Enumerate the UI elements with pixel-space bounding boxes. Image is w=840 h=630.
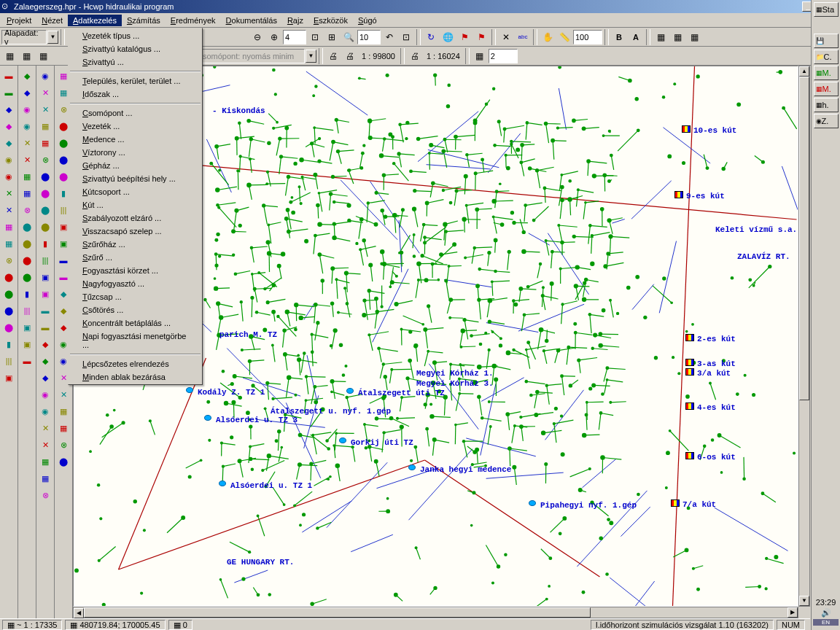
menu-item[interactable]: Csőtörés ... bbox=[69, 303, 201, 316]
menu-item[interactable]: Szűrő ... bbox=[69, 251, 201, 264]
tool-button[interactable]: ▦ bbox=[1, 236, 17, 252]
dropdown-arrow-icon[interactable]: ▼ bbox=[47, 31, 58, 44]
layers-icon[interactable]: ▦ bbox=[472, 48, 488, 64]
menu-projekt[interactable]: Projekt bbox=[1, 15, 36, 26]
tool-button[interactable]: ▬ bbox=[37, 303, 53, 319]
tool-button[interactable]: ⬤ bbox=[1, 286, 17, 302]
tool-button[interactable]: ▦ bbox=[19, 185, 35, 201]
refresh-icon[interactable]: ↻ bbox=[423, 29, 439, 45]
menu-item[interactable]: Település, kerület, terület ... bbox=[69, 74, 201, 88]
scroll-right-icon[interactable]: ▶ bbox=[788, 607, 798, 618]
flag-icon[interactable]: ⚑ bbox=[456, 29, 472, 45]
tool-button[interactable]: ⬤ bbox=[19, 269, 35, 285]
globe-icon[interactable]: 🌐 bbox=[440, 29, 456, 45]
tool-b-icon[interactable]: ▦ bbox=[18, 48, 34, 64]
menu-item[interactable]: Szivattyú katalógus ... bbox=[69, 42, 201, 55]
tool-button[interactable]: ▣ bbox=[37, 286, 53, 302]
tool-button[interactable]: ⊗ bbox=[37, 152, 53, 168]
dock-btn-m2[interactable]: ▦M. bbox=[814, 82, 839, 96]
tool-button[interactable]: ⊗ bbox=[37, 487, 53, 503]
menu-számítás[interactable]: Számítás bbox=[122, 15, 166, 26]
tool-button[interactable]: ▣ bbox=[19, 336, 35, 352]
tool-button[interactable]: ◆ bbox=[1, 135, 17, 151]
tool-button[interactable]: ▦ bbox=[37, 135, 53, 151]
tool-button[interactable]: ⬤ bbox=[1, 319, 17, 335]
tool-button[interactable]: ||| bbox=[19, 303, 35, 319]
tool-button[interactable]: ▮ bbox=[37, 236, 53, 252]
tool-button[interactable]: ⊗ bbox=[55, 437, 71, 453]
align-icon[interactable]: A bbox=[628, 29, 644, 45]
dock-btn-sta[interactable]: ▦Sta bbox=[814, 2, 839, 17]
tool-button[interactable]: ◉ bbox=[1, 168, 17, 184]
tool-button[interactable]: ⊗ bbox=[1, 252, 17, 268]
layer-input[interactable] bbox=[489, 49, 518, 63]
menu-item[interactable]: Lépcsőzetes elrendezés bbox=[69, 357, 201, 370]
menu-item[interactable]: Tűzcsap ... bbox=[69, 290, 201, 303]
menu-item[interactable]: Minden ablak bezárása bbox=[69, 370, 201, 384]
print-icon[interactable]: 🖨 bbox=[325, 48, 341, 64]
tool-button[interactable]: ▬ bbox=[37, 319, 53, 335]
tool-button[interactable]: ✕ bbox=[19, 152, 35, 168]
menu-dokumentálás[interactable]: Dokumentálás bbox=[221, 15, 282, 26]
abc-icon[interactable]: abc bbox=[515, 29, 531, 45]
menu-item[interactable]: Szivattyú ... bbox=[69, 55, 201, 69]
scroll-left-icon[interactable]: ◀ bbox=[74, 608, 84, 618]
menu-rajz[interactable]: Rajz bbox=[282, 15, 308, 26]
dock-btn-c[interactable]: 📁C. bbox=[814, 50, 839, 64]
tool-button[interactable]: ◆ bbox=[19, 85, 35, 101]
menu-item[interactable]: Koncentrált betáplálás ... bbox=[69, 316, 201, 330]
tool-button[interactable]: ⬤ bbox=[19, 219, 35, 235]
menu-eredmények[interactable]: Eredmények bbox=[166, 15, 221, 26]
node-combo[interactable]: Csomópont: nyomás minim bbox=[194, 49, 305, 63]
tool-button[interactable]: ▦ bbox=[55, 403, 71, 419]
tool-button[interactable]: ⬤ bbox=[37, 219, 53, 235]
print-preview-icon[interactable]: 🖨 bbox=[342, 48, 358, 64]
menu-item[interactable]: Vezeték típus ... bbox=[69, 29, 201, 42]
scrollbar-horizontal[interactable]: ◀ ▶ bbox=[73, 607, 798, 618]
view-input[interactable] bbox=[357, 30, 381, 44]
tool-button[interactable]: ▦ bbox=[1, 219, 17, 235]
scale-input[interactable] bbox=[573, 30, 602, 44]
ruler-icon[interactable]: 📏 bbox=[556, 29, 572, 45]
menu-item[interactable]: Csomópont ... bbox=[69, 106, 201, 120]
tool-button[interactable]: ⬤ bbox=[1, 269, 17, 285]
menu-item[interactable]: Napi fogyasztási menetgörbe ... bbox=[69, 330, 201, 351]
zoom-fit-icon[interactable]: ⊡ bbox=[307, 29, 323, 45]
zoom-all-icon[interactable]: ⊡ bbox=[398, 29, 414, 45]
tool-button[interactable]: ◉ bbox=[37, 68, 53, 84]
menu-item[interactable]: Vezeték ... bbox=[69, 120, 201, 133]
tool-button[interactable]: ▦ bbox=[37, 454, 53, 470]
tool-button[interactable]: ◆ bbox=[19, 68, 35, 84]
menu-item[interactable]: Visszacsapó szelep ... bbox=[69, 225, 201, 238]
tool-button[interactable]: ◉ bbox=[37, 386, 53, 402]
menu-item[interactable]: Kútcsoport ... bbox=[69, 185, 201, 198]
tool-button[interactable]: ▣ bbox=[19, 319, 35, 335]
tool-button[interactable]: ▣ bbox=[1, 370, 17, 386]
tool-button[interactable]: ▬ bbox=[1, 85, 17, 101]
crosshair-icon[interactable]: ✕ bbox=[498, 29, 514, 45]
menu-item[interactable]: Időszak ... bbox=[69, 88, 201, 101]
tool-button[interactable]: ✕ bbox=[1, 185, 17, 201]
dropdown-arrow-icon[interactable]: ▼ bbox=[306, 50, 316, 63]
menu-item[interactable]: Gépház ... bbox=[69, 159, 201, 172]
menu-item[interactable]: Szűrőház ... bbox=[69, 238, 201, 251]
tool-button[interactable]: ⬤ bbox=[1, 303, 17, 319]
tool-button[interactable]: ◆ bbox=[1, 101, 17, 117]
tool-button[interactable]: ✕ bbox=[37, 437, 53, 453]
dock-btn-m1[interactable]: ▦M. bbox=[814, 66, 839, 80]
tool-button[interactable]: ⬤ bbox=[19, 252, 35, 268]
tool-button[interactable]: ◆ bbox=[37, 353, 53, 369]
tool-button[interactable]: ▣ bbox=[37, 269, 53, 285]
menu-item[interactable]: Kút ... bbox=[69, 198, 201, 211]
tool-button[interactable]: ✕ bbox=[37, 101, 53, 117]
scrollbar-vertical[interactable]: ▲ ▼ bbox=[798, 66, 810, 607]
tool-button[interactable]: ◉ bbox=[19, 118, 35, 134]
tool-button[interactable]: ⬤ bbox=[55, 454, 71, 470]
zoom-in-icon[interactable]: ⊕ bbox=[266, 29, 282, 45]
tool-button[interactable]: ✕ bbox=[37, 85, 53, 101]
menu-eszközök[interactable]: Eszközök bbox=[308, 15, 353, 26]
bold-icon[interactable]: B bbox=[611, 29, 627, 45]
scroll-thumb-v[interactable] bbox=[799, 77, 809, 400]
tool-button[interactable]: ⬤ bbox=[19, 236, 35, 252]
zoom-input[interactable] bbox=[283, 30, 306, 44]
